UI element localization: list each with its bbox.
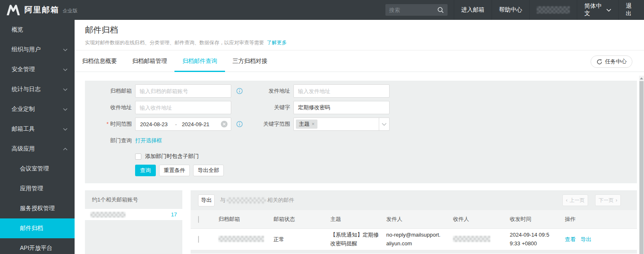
learn-more-link[interactable]: 了解更多 <box>267 40 287 46</box>
sender-address-input[interactable] <box>293 84 390 98</box>
sidebar-item-label: 企业定制 <box>12 105 63 113</box>
topbar: 阿里邮箱 企业版 进入邮箱 帮助中心 简体中文 退出 <box>0 0 644 20</box>
date-range-picker[interactable]: 2024-08-23 - 2024-09-21 <box>135 117 231 131</box>
nav-account[interactable] <box>529 0 577 20</box>
mails-toolbar: 导出 与 相关的邮件 ‹ 上一页 下一页 › <box>191 190 637 210</box>
account-name-redacted <box>537 6 570 14</box>
chevron-up-icon <box>63 148 68 151</box>
export-all-button[interactable]: 导出全部 <box>193 165 224 176</box>
cell-time: 2024-09-14 09:59:33 +0800 <box>503 231 558 247</box>
keyword-scope-label: 关键字范围 <box>249 117 290 131</box>
recipient-redacted <box>453 236 490 242</box>
cell-status: 正常 <box>266 236 323 243</box>
scrollbar-thumb[interactable] <box>639 81 644 254</box>
export-button[interactable]: 导出 <box>198 194 215 206</box>
sidebar-item-meeting-rooms[interactable]: 会议室管理 <box>0 159 75 179</box>
search-icon[interactable] <box>437 7 444 13</box>
brand: 阿里邮箱 企业版 <box>0 0 77 20</box>
recipient-address-label: 收件地址 <box>85 101 132 114</box>
sidebar-item-app-management[interactable]: 应用管理 <box>0 179 75 199</box>
cell-actions: 查看 导出 <box>558 236 637 243</box>
next-page-button[interactable]: 下一页 › <box>595 194 621 206</box>
vertical-scrollbar[interactable] <box>639 76 644 254</box>
nav-language[interactable]: 简体中文 <box>577 0 618 20</box>
open-selector-link[interactable]: 打开选择框 <box>135 137 162 144</box>
required-mark: * <box>107 121 109 127</box>
chevron-down-icon <box>63 108 68 111</box>
filter-panel: 归档邮箱 发件地址 收件地址 关键字 *时间范围 2024-08-23 - 20… <box>85 81 637 183</box>
tab-archive-mail-query[interactable]: 归档邮件查询 <box>182 51 217 72</box>
sidebar-item-overview[interactable]: 概览 <box>0 20 75 40</box>
brand-name: 阿里邮箱 <box>24 5 59 15</box>
search-input[interactable] <box>389 7 437 13</box>
time-range-label: *时间范围 <box>85 117 132 131</box>
nav-enter-mailbox[interactable]: 进入邮箱 <box>454 0 491 20</box>
nav-logout[interactable]: 退出 <box>618 0 644 20</box>
sidebar-item-service-auth[interactable]: 服务授权管理 <box>0 199 75 218</box>
task-center-button[interactable]: 任务中心 <box>591 55 632 68</box>
column-time: 收发时间 <box>503 215 558 223</box>
tab-archive-info-overview[interactable]: 归档信息概要 <box>82 51 117 72</box>
sidebar-item-advanced-apps[interactable]: 高级应用 <box>0 139 75 159</box>
query-button[interactable]: 查询 <box>135 165 156 176</box>
include-subdept-checkbox[interactable] <box>135 153 141 160</box>
select-all-checkbox[interactable] <box>198 216 199 223</box>
archive-mailbox-label: 归档邮箱 <box>85 84 132 98</box>
time-range-label-text: 时间范围 <box>110 121 132 127</box>
nav-help-center-label: 帮助中心 <box>499 6 522 14</box>
table-row: 正常 【系统通知】定期修改密码提醒 no-reply@mailsupport.a… <box>191 229 637 250</box>
related-prefix: 与 <box>220 196 225 204</box>
keyword-input[interactable] <box>293 101 390 114</box>
archive-mailbox-input[interactable] <box>135 84 231 98</box>
tag-remove-icon[interactable]: × <box>312 121 315 127</box>
row-checkbox[interactable] <box>198 236 199 243</box>
date-separator: - <box>175 121 177 127</box>
view-link[interactable]: 查看 <box>565 236 576 243</box>
sidebar-item-stats-logs[interactable]: 统计与日志 <box>0 79 75 99</box>
mails-panel-footer <box>191 250 637 254</box>
clear-date-icon[interactable] <box>220 120 228 128</box>
next-page-label: 下一页 <box>599 197 614 204</box>
column-recipient: 收件人 <box>446 216 503 223</box>
page-subtitle: 实现对邮件数据的在线归档、分类管理、邮件查询、数据保存，以应对审查等需要了解更多 <box>85 39 287 46</box>
sidebar-subitem-label: 会议室管理 <box>20 165 49 173</box>
related-account-redacted <box>227 197 266 204</box>
sidebar-item-customization[interactable]: 企业定制 <box>0 99 75 119</box>
recipient-address-input[interactable] <box>135 101 231 114</box>
tab-third-party-archive[interactable]: 三方归档对接 <box>232 51 267 72</box>
mails-table-header: 归档邮箱 邮箱状态 主题 发件人 收件人 收发时间 操作 <box>191 210 637 229</box>
brand-edition: 企业版 <box>63 7 77 14</box>
account-list-item[interactable]: 17 <box>85 209 182 220</box>
info-icon[interactable] <box>236 121 243 127</box>
accounts-panel: 约1个相关邮箱账号 17 <box>85 190 182 254</box>
sidebar-item-api-platform[interactable]: API开放平台 <box>0 238 75 254</box>
nav-help-center[interactable]: 帮助中心 <box>491 0 529 20</box>
column-sender: 发件人 <box>379 215 446 223</box>
row-export-link[interactable]: 导出 <box>581 236 591 243</box>
tab-label: 归档信息概要 <box>82 58 117 65</box>
info-icon[interactable] <box>236 88 243 94</box>
reset-button[interactable]: 重置条件 <box>159 165 190 176</box>
cell-subject: 【系统通知】定期修改密码提醒 <box>323 231 379 247</box>
sender-address-label: 发件地址 <box>249 84 290 98</box>
column-status: 邮箱状态 <box>266 216 323 223</box>
prev-page-icon: ‹ <box>566 197 568 203</box>
select-arrow-area[interactable] <box>379 118 389 130</box>
chevron-down-icon <box>63 48 68 51</box>
tab-label: 归档邮件查询 <box>182 58 217 65</box>
prev-page-label: 上一页 <box>570 197 585 204</box>
tab-archive-mailbox-management[interactable]: 归档邮箱管理 <box>132 51 167 72</box>
chevron-down-icon <box>63 88 68 91</box>
include-subdept-label: 添加部门时包含子部门 <box>145 153 199 160</box>
scrollbar-up-arrow-icon[interactable] <box>639 76 644 81</box>
sidebar-item-mail-archive[interactable]: 邮件归档 <box>0 218 75 238</box>
date-end[interactable]: 2024-09-21 <box>182 121 210 127</box>
sidebar-item-mail-tools[interactable]: 邮箱工具 <box>0 119 75 139</box>
sidebar-item-security[interactable]: 安全管理 <box>0 60 75 79</box>
keyword-scope-select[interactable]: 主题 × <box>293 117 390 131</box>
sidebar-item-org-users[interactable]: 组织与用户 <box>0 40 75 60</box>
prev-page-button[interactable]: ‹ 上一页 <box>562 194 588 206</box>
topbar-search[interactable] <box>385 4 448 16</box>
keyword-label: 关键字 <box>249 101 290 114</box>
date-start[interactable]: 2024-08-23 <box>140 121 168 127</box>
